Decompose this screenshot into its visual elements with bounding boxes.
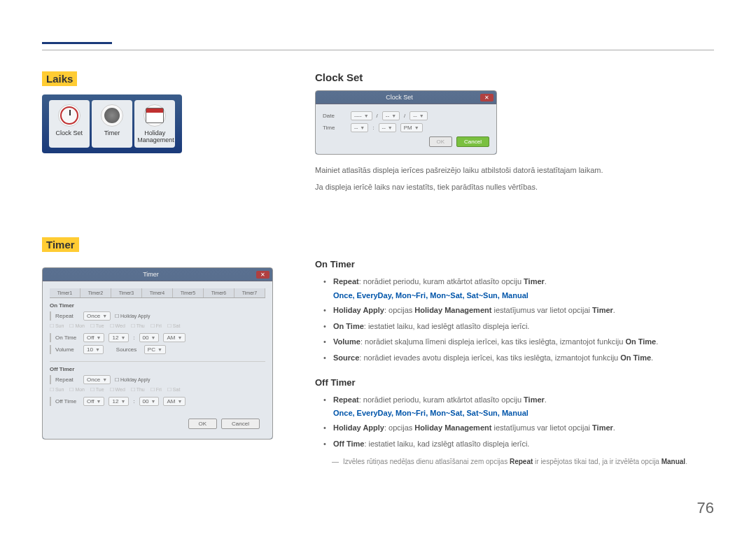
icon-tray: Clock Set Timer Holiday Management [42, 94, 182, 153]
timer-dialog: Timer ✕ Timer1 Timer2 Timer3 Timer4 Time… [42, 267, 273, 440]
close-icon[interactable]: ✕ [256, 271, 270, 279]
day-fri[interactable]: Fri [150, 323, 162, 329]
sep: / [377, 113, 378, 119]
list-item: Off Time: iestatiet laiku, kad izslēgt a… [323, 437, 714, 451]
min-select-off[interactable]: 00▼ [139, 397, 160, 406]
hour-select-off[interactable]: 12▼ [108, 397, 129, 406]
page-number: 76 [697, 499, 714, 517]
list-item: Volume: norādiet skaļuma līmeni displeja… [323, 335, 714, 349]
day-tue[interactable]: Tue [90, 323, 104, 329]
label: On Time [55, 335, 79, 341]
repeat-select[interactable]: Once▼ [83, 311, 111, 321]
day-tue[interactable]: Tue [90, 387, 104, 393]
on-timer-heading: On Timer [315, 259, 714, 269]
clock-set-dialog: Clock Set ✕ Date ----▼ / --▼ / --▼ Time … [315, 90, 497, 155]
off-timer-list2: Holiday Apply: opcijas Holiday Managemen… [315, 421, 714, 450]
footnote: Izvēles rūtiņas nedēļas dienu atlasīšana… [315, 456, 714, 468]
tray-label: Holiday Management [137, 129, 174, 143]
label: Repeat [55, 313, 79, 319]
volume-select[interactable]: 10▼ [83, 345, 104, 354]
label: Repeat [55, 377, 79, 383]
options-line: Once, EveryDay, Mon~Fri, Mon~Sat, Sat~Su… [315, 291, 714, 300]
tab-timer7[interactable]: Timer7 [234, 288, 265, 297]
list-item: Repeat: norādiet periodu, kuram atkārtot… [323, 393, 714, 407]
tab-timer4[interactable]: Timer4 [142, 288, 173, 297]
tray-item-clock-set[interactable]: Clock Set [49, 100, 90, 148]
list-item: Holiday Apply: opcijas Holiday Managemen… [323, 421, 714, 435]
day-wed[interactable]: Wed [110, 323, 125, 329]
dialog-title-text: Timer [143, 271, 159, 278]
day-thu[interactable]: Thu [131, 323, 145, 329]
heading-laiks: Laiks [42, 71, 77, 86]
date-y[interactable]: ----▼ [351, 111, 372, 120]
right-column: Clock Set Clock Set ✕ Date ----▼ / --▼ /… [315, 71, 714, 468]
clock-icon [58, 104, 80, 127]
options-line-off: Once, EveryDay, Mon~Fri, Mon~Sat, Sat~Su… [315, 409, 714, 417]
sep: : [133, 335, 134, 341]
sep: / [404, 113, 405, 119]
day-thu[interactable]: Thu [131, 387, 145, 393]
cancel-button[interactable]: Cancel [221, 419, 260, 429]
ok-button[interactable]: OK [188, 419, 218, 429]
ok-button[interactable]: OK [429, 136, 453, 147]
tab-timer5[interactable]: Timer5 [173, 288, 204, 297]
header-accent [42, 42, 112, 44]
clock-set-dialog-title: Clock Set ✕ [316, 91, 496, 104]
header-rule [42, 50, 714, 50]
day-sat[interactable]: Sat [167, 387, 180, 393]
label: Time [323, 125, 346, 131]
day-mon[interactable]: Mon [69, 387, 85, 393]
tray-label: Timer [104, 129, 120, 136]
list-item: Holiday Apply: opcijas Holiday Managemen… [323, 304, 714, 317]
on-time-toggle[interactable]: Off▼ [83, 333, 104, 342]
days-row: SunMonTueWedThuFriSat [50, 323, 265, 329]
close-icon[interactable]: ✕ [480, 94, 493, 101]
dialog-title-text: Clock Set [386, 94, 413, 101]
left-column: Laiks Clock Set Timer Holiday Management… [42, 71, 273, 468]
tab-timer1[interactable]: Timer1 [50, 288, 80, 297]
tab-timer3[interactable]: Timer3 [111, 288, 142, 297]
heading-timer: Timer [42, 237, 79, 252]
sep: : [372, 125, 374, 131]
days-row-off: SunMonTueWedThuFriSat [50, 387, 265, 393]
holiday-apply-cb-off[interactable]: ☐ Holiday Apply [115, 377, 150, 383]
tray-item-holiday[interactable]: Holiday Management [134, 100, 175, 148]
holiday-apply-cb[interactable]: ☐ Holiday Apply [115, 314, 150, 319]
time-ampm[interactable]: PM▼ [400, 123, 423, 132]
off-timer-heading: Off Timer [315, 377, 714, 388]
source-select[interactable]: PC▼ [144, 345, 166, 354]
timer-icon [101, 104, 123, 127]
tray-item-timer[interactable]: Timer [92, 100, 132, 148]
timer-dialog-title: Timer ✕ [43, 268, 272, 281]
off-time-toggle[interactable]: Off▼ [83, 397, 104, 406]
day-fri[interactable]: Fri [150, 387, 162, 393]
hour-select[interactable]: 12▼ [108, 333, 129, 342]
date-m[interactable]: --▼ [382, 111, 400, 120]
tab-timer2[interactable]: Timer2 [80, 288, 111, 297]
day-sun[interactable]: Sun [50, 387, 64, 393]
day-sun[interactable]: Sun [50, 323, 64, 329]
list-item: Source: norādiet ievades avotu displeja … [323, 351, 714, 365]
repeat-select-off[interactable]: Once▼ [83, 375, 111, 384]
on-timer-list2: Holiday Apply: opcijas Holiday Managemen… [315, 304, 714, 365]
clock-text-2: Ja displeja ierīcē laiks nav iestatīts, … [315, 181, 714, 194]
date-d[interactable]: --▼ [410, 111, 427, 120]
min-select[interactable]: 00▼ [139, 333, 160, 342]
time-m[interactable]: --▼ [379, 123, 396, 132]
label: Volume [55, 346, 79, 353]
on-timer-subtitle: On Timer [50, 302, 265, 309]
ampm-select[interactable]: AM▼ [163, 333, 186, 342]
day-wed[interactable]: Wed [110, 387, 125, 393]
cancel-button[interactable]: Cancel [456, 136, 489, 147]
list-item: On Time: iestatiet laiku, kad ieslēgt at… [323, 320, 714, 333]
clock-text-1: Mainiet atlasītās displeja ierīces pašre… [315, 164, 714, 177]
ampm-select-off[interactable]: AM▼ [163, 397, 186, 406]
label: Off Time [55, 398, 79, 405]
day-mon[interactable]: Mon [69, 323, 85, 329]
sep: : [133, 398, 134, 405]
label: Sources [116, 346, 140, 353]
day-sat[interactable]: Sat [167, 323, 180, 329]
tab-timer6[interactable]: Timer6 [204, 288, 234, 297]
time-h[interactable]: --▼ [351, 123, 368, 132]
timer-tabs: Timer1 Timer2 Timer3 Timer4 Timer5 Timer… [50, 288, 265, 298]
